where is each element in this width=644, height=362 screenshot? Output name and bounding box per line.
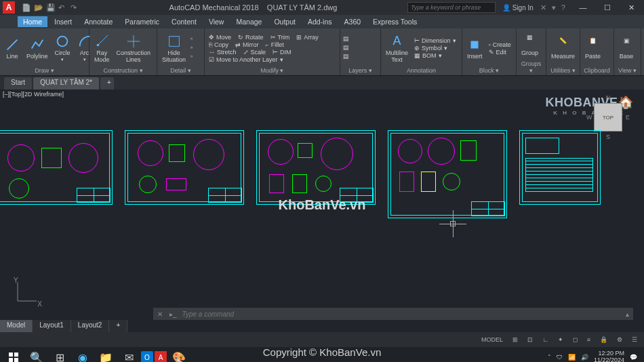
panel-utilities-label[interactable]: Utilities ▾ bbox=[549, 66, 577, 74]
qat-save-icon[interactable]: 💾 bbox=[46, 3, 54, 12]
search-button[interactable]: 🔍 bbox=[26, 348, 47, 362]
tab-insert[interactable]: Insert bbox=[49, 16, 77, 27]
dim-button[interactable]: ⊢ DIM bbox=[271, 49, 293, 56]
file-tab-start[interactable]: Start bbox=[4, 77, 32, 89]
rotate-button[interactable]: ↻ Rotate bbox=[237, 34, 265, 41]
base-view-button[interactable]: ▣Base bbox=[617, 36, 636, 61]
cmdline-close-icon[interactable]: ✕ bbox=[153, 310, 167, 318]
status-osnap-icon[interactable]: ◻ bbox=[570, 335, 580, 344]
tab-view[interactable]: View bbox=[203, 16, 230, 27]
detail-icon-2[interactable]: ▫ bbox=[190, 44, 199, 52]
close-button[interactable]: ✕ bbox=[620, 0, 644, 15]
edit-block-button[interactable]: ✎ Edit bbox=[487, 49, 512, 56]
help-icon[interactable]: ? bbox=[561, 3, 565, 12]
stretch-button[interactable]: ↔ Stretch bbox=[207, 49, 238, 56]
insert-button[interactable]: Insert bbox=[465, 36, 485, 61]
tab-content[interactable]: Content bbox=[166, 16, 202, 27]
tab-a360[interactable]: A360 bbox=[339, 16, 367, 27]
file-tab-new[interactable]: + bbox=[100, 77, 114, 89]
panel-draw-label[interactable]: Draw ▾ bbox=[3, 66, 86, 74]
paint-icon[interactable]: 🎨 bbox=[168, 348, 190, 362]
drawing-canvas[interactable]: [–][Top][2D Wireframe] KHOBANVE🏠 K H O B… bbox=[0, 89, 644, 332]
tab-add-ins[interactable]: Add-ins bbox=[302, 16, 338, 27]
cmdline-history-icon[interactable]: ▸_ bbox=[167, 310, 180, 318]
command-input[interactable] bbox=[180, 310, 622, 318]
panel-block-label[interactable]: Block ▾ bbox=[465, 66, 513, 74]
status-snap-icon[interactable]: ⊡ bbox=[525, 335, 536, 344]
copy-button[interactable]: ⎘ Copy bbox=[207, 41, 230, 48]
tray-shield-icon[interactable]: 🛡 bbox=[557, 354, 563, 361]
status-custom-icon[interactable]: ☰ bbox=[629, 335, 640, 344]
status-ortho-icon[interactable]: ∟ bbox=[540, 335, 551, 344]
qat-redo-icon[interactable]: ↷ bbox=[71, 3, 79, 12]
line-button[interactable]: Line bbox=[3, 36, 22, 61]
panel-annotation-label[interactable]: Annotation bbox=[384, 66, 459, 74]
tab-manage[interactable]: Manage bbox=[230, 16, 267, 27]
exchange-icon[interactable]: ✕ bbox=[540, 3, 546, 12]
panel-layers-label[interactable]: Layers ▾ bbox=[343, 66, 378, 74]
multiline-text-button[interactable]: AMultiline Text bbox=[384, 33, 410, 64]
fillet-button[interactable]: ⌐ Fillet bbox=[264, 41, 285, 48]
signin-button[interactable]: 👤 Sign In bbox=[502, 4, 534, 12]
tab-home[interactable]: Home bbox=[18, 16, 47, 27]
cmdline-expand-icon[interactable]: ▴ bbox=[622, 310, 633, 318]
move-layer-button[interactable]: ☑ Move to Another Layer ▾ bbox=[207, 56, 337, 63]
explorer-icon[interactable]: 📁 bbox=[95, 348, 117, 362]
autocad-taskbar-icon[interactable]: A bbox=[155, 351, 167, 362]
paste-button[interactable]: 📋Paste bbox=[583, 36, 603, 61]
qat-new-icon[interactable]: 📄 bbox=[22, 3, 30, 12]
sheet-1[interactable] bbox=[0, 130, 113, 205]
viewport-label[interactable]: [–][Top][2D Wireframe] bbox=[3, 91, 64, 98]
command-line[interactable]: ✕ ▸_ ▴ bbox=[153, 308, 633, 320]
layout-tab-new[interactable]: + bbox=[109, 320, 127, 332]
status-workspace-icon[interactable]: ⚙ bbox=[614, 335, 625, 344]
file-tab-active[interactable]: QUAT LY TÂM 2* bbox=[33, 77, 99, 89]
tray-notifications-icon[interactable]: 💬 bbox=[630, 354, 637, 361]
task-view-button[interactable]: ⊞ bbox=[49, 348, 71, 362]
tab-parametric[interactable]: Parametric bbox=[119, 16, 165, 27]
scale-button[interactable]: ⤢ Scale bbox=[242, 49, 268, 56]
outlook-icon[interactable]: O bbox=[141, 351, 153, 362]
minimize-button[interactable]: — bbox=[571, 0, 595, 15]
circle-button[interactable]: Circle▾ bbox=[53, 33, 73, 64]
tray-clock[interactable]: 12:20 PM 11/22/2024 bbox=[594, 350, 624, 362]
tab-annotate[interactable]: Annotate bbox=[79, 16, 118, 27]
polyline-button[interactable]: Polyline bbox=[24, 36, 50, 61]
layer-icon-1[interactable]: ▤ bbox=[343, 35, 351, 43]
mirror-button[interactable]: ⇄ Mirror bbox=[234, 41, 260, 48]
status-anno-icon[interactable]: 🔒 bbox=[597, 335, 610, 344]
panel-groups-label[interactable]: Groups ▾ bbox=[519, 60, 543, 74]
mail-icon[interactable]: ✉ bbox=[118, 348, 140, 362]
layout-tab-2[interactable]: Layout2 bbox=[71, 320, 110, 332]
ray-mode-button[interactable]: Ray Mode bbox=[92, 33, 112, 64]
tray-volume-icon[interactable]: 🔊 bbox=[581, 354, 588, 361]
status-grid-icon[interactable]: ⊞ bbox=[510, 335, 521, 344]
app-menu-icon[interactable]: A bbox=[3, 1, 15, 14]
panel-modify-label[interactable]: Modify ▾ bbox=[207, 66, 337, 74]
qat-open-icon[interactable]: 📂 bbox=[34, 3, 42, 12]
detail-icon-3[interactable]: ▫ bbox=[190, 53, 199, 61]
move-button[interactable]: ✥ Move bbox=[207, 34, 233, 41]
status-model[interactable]: MODEL bbox=[479, 335, 506, 344]
start-button[interactable] bbox=[3, 348, 24, 362]
status-polar-icon[interactable]: ✦ bbox=[555, 335, 566, 344]
tab-express-tools[interactable]: Express Tools bbox=[367, 16, 422, 27]
tray-chevron-icon[interactable]: ˄ bbox=[548, 354, 551, 361]
dimension-button[interactable]: ⊢ Dimension ▾ bbox=[413, 37, 458, 44]
create-block-button[interactable]: ▫ Create bbox=[487, 41, 512, 48]
sheet-2[interactable] bbox=[125, 130, 244, 205]
sheet-3[interactable] bbox=[256, 130, 376, 205]
panel-construction-label[interactable]: Construction ▾ bbox=[92, 66, 154, 74]
panel-view-label[interactable]: View ▾ bbox=[617, 66, 638, 74]
help-search-input[interactable] bbox=[407, 2, 496, 13]
viewcube[interactable]: TOP E W bbox=[594, 103, 622, 132]
maximize-button[interactable]: ☐ bbox=[595, 0, 620, 15]
tab-output[interactable]: Output bbox=[268, 16, 301, 27]
trim-button[interactable]: ✂ Trim bbox=[269, 34, 291, 41]
layer-icon-3[interactable]: ▤ bbox=[343, 53, 351, 61]
bom-button[interactable]: ▦ BOM ▾ bbox=[413, 52, 458, 59]
detail-icon-1[interactable]: ▫ bbox=[190, 35, 199, 43]
symbol-button[interactable]: ⊕ Symbol ▾ bbox=[413, 45, 458, 52]
hide-situation-button[interactable]: Hide Situation bbox=[160, 33, 188, 64]
qat-undo-icon[interactable]: ↶ bbox=[58, 3, 66, 12]
